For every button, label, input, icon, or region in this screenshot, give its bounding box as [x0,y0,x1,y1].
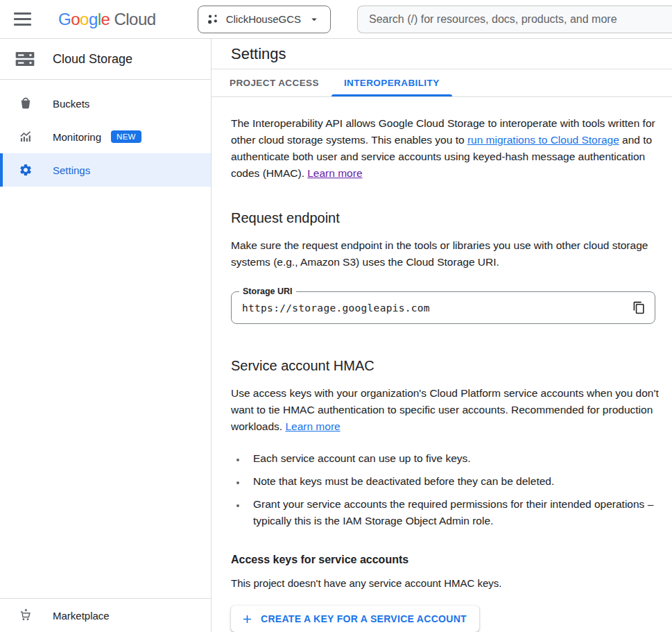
tab-project-access[interactable]: PROJECT ACCESS [217,69,331,96]
list-item: Note that keys must be deactivated befor… [246,473,660,490]
gear-icon [19,163,33,177]
sidebar-item-monitoring[interactable]: Monitoring NEW [0,120,211,153]
google-cloud-logo: Google Cloud [58,10,156,29]
top-header: Google Cloud ClickHouseGCS [0,0,672,39]
list-item: Each service account can use up to five … [246,450,660,467]
hamburger-menu-icon[interactable] [6,3,39,36]
logo-letter: g [89,10,98,28]
project-selector[interactable]: ClickHouseGCS [198,6,331,33]
storage-uri-label: Storage URI [239,286,296,297]
main-content: Settings PROJECT ACCESS INTEROPERABILITY… [212,39,672,632]
project-dots-icon [207,13,219,26]
hmac-body: Use access keys with your organization's… [231,385,660,435]
service-account-hmac-heading: Service account HMAC [231,356,660,375]
logo-letter: e [101,10,110,28]
sidebar-item-label: Marketplace [53,610,110,622]
run-migrations-link[interactable]: run migrations to Cloud Storage [467,134,619,146]
copy-icon [632,301,646,314]
tab-bar: PROJECT ACCESS INTEROPERABILITY [212,69,672,97]
sidebar-item-settings[interactable]: Settings [0,153,211,187]
plus-icon [241,613,254,626]
access-keys-heading: Access keys for service accounts [231,552,660,568]
sidebar-item-label: Monitoring [53,131,101,143]
hmac-bullet-list: Each service account can use up to five … [235,450,660,529]
sidebar-item-label: Settings [53,164,90,176]
logo-letter: o [80,10,89,28]
tab-interoperability[interactable]: INTEROPERABILITY [331,69,452,96]
sidebar-item-buckets[interactable]: Buckets [0,87,211,120]
intro-paragraph: The Interoperability API allows Google C… [231,115,660,182]
project-name: ClickHouseGCS [226,13,301,25]
bucket-icon [19,96,33,110]
cloud-storage-icon [14,48,36,70]
create-key-button[interactable]: CREATE A KEY FOR A SERVICE ACCOUNT [231,606,479,632]
sidebar-footer: Marketplace [0,598,211,632]
learn-more-link[interactable]: Learn more [307,167,362,179]
no-keys-text: This project doesn't have any service ac… [231,575,660,592]
monitoring-chart-icon [19,130,33,144]
product-title: Cloud Storage [53,52,132,67]
logo-letter: G [58,10,71,28]
page-title: Settings [231,45,286,63]
sidebar-item-label: Buckets [53,98,89,110]
search-bar [357,6,672,33]
hmac-learn-more-link[interactable]: Learn more [285,420,340,432]
request-endpoint-heading: Request endpoint [231,208,660,228]
sidebar-item-marketplace[interactable]: Marketplace [0,599,211,632]
sidebar: Cloud Storage Buckets [0,39,212,632]
logo-letter: o [71,10,80,28]
list-item: Grant your service accounts the required… [246,496,660,529]
request-endpoint-body: Make sure the request endpoint in the to… [231,237,660,271]
copy-button[interactable] [627,296,651,320]
storage-uri-field: Storage URI https://storage.googleapis.c… [231,291,655,324]
product-header: Cloud Storage [0,39,211,80]
logo-cloud-text: Cloud [114,10,155,29]
search-input[interactable] [357,6,672,33]
storage-uri-value[interactable]: https://storage.googleapis.com [232,300,627,316]
chevron-down-icon [308,13,320,26]
new-badge: NEW [111,130,141,143]
marketplace-cart-icon [19,608,33,622]
